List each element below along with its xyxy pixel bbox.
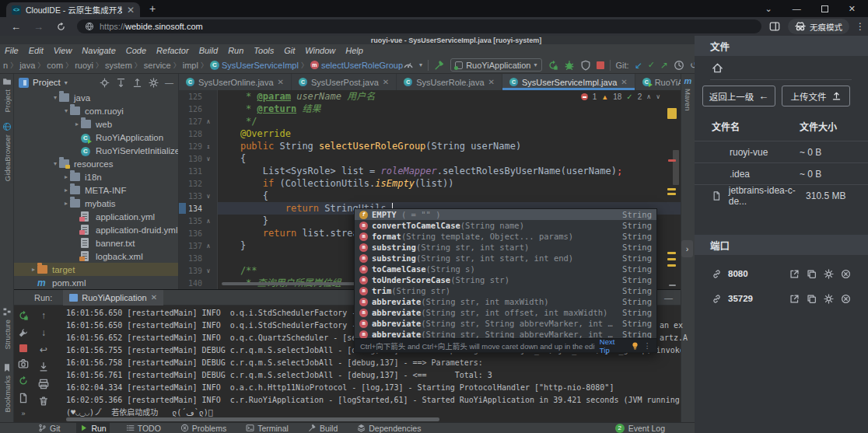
tree-item-banner-txt[interactable]: banner.txt bbox=[14, 236, 178, 250]
upload-file-button[interactable]: 上传文件 bbox=[782, 86, 850, 107]
rail-item-project[interactable]: Project bbox=[0, 77, 14, 113]
menu-item-window[interactable]: Window bbox=[305, 46, 335, 55]
tree-chevron-icon[interactable]: ▾ bbox=[51, 160, 59, 167]
build-hammer-icon[interactable] bbox=[434, 60, 445, 71]
tree-chevron-icon[interactable]: ▸ bbox=[62, 173, 70, 180]
git-commit-icon[interactable]: ✓ bbox=[648, 60, 655, 70]
menu-item-help[interactable]: Help bbox=[345, 46, 363, 55]
tab-close-icon[interactable]: ✕ bbox=[127, 5, 135, 16]
code-line-133[interactable]: 133∨ { bbox=[179, 190, 681, 202]
editor-tab-sysuserserviceimpl-java[interactable]: CSysUserServiceImpl.java✕ bbox=[502, 74, 635, 90]
address-bar[interactable]: https:// webide.sinosoft.com bbox=[77, 19, 761, 33]
stop-process-icon[interactable] bbox=[19, 344, 27, 352]
statusbar-problems[interactable]: Problems bbox=[177, 423, 229, 433]
editor-tab-sysuserpost-java[interactable]: CSysUserPost.java✕ bbox=[292, 74, 397, 90]
locate-file-icon[interactable] bbox=[100, 78, 110, 88]
tree-item-application-yml[interactable]: application.yml bbox=[14, 210, 178, 223]
run-tab-close-icon[interactable]: ✕ bbox=[151, 293, 157, 302]
completion-item-abbreviate[interactable]: mabbreviate(String str, String abbrevMar… bbox=[355, 318, 656, 329]
completion-item-tounderscorecase[interactable]: mtoUnderScoreCase(String str)String bbox=[355, 274, 656, 285]
tree-item-java[interactable]: ▾java bbox=[14, 91, 178, 104]
run-icon[interactable] bbox=[548, 60, 558, 71]
window-maximize-icon[interactable] bbox=[821, 5, 828, 12]
new-tab-button[interactable]: + bbox=[149, 2, 156, 15]
file-row-jetbrains-idea-c-de---[interactable]: jetbrains-idea-c-de...310.5 MB bbox=[695, 184, 868, 206]
back-parent-button[interactable]: 返回上一级 ← bbox=[702, 86, 775, 107]
gear-icon[interactable] bbox=[149, 78, 159, 88]
prev-problem-icon[interactable]: ∧ bbox=[646, 93, 651, 100]
coverage-icon[interactable] bbox=[580, 60, 591, 71]
tree-chevron-icon[interactable]: ▸ bbox=[30, 266, 37, 273]
statusbar-git[interactable]: Git bbox=[35, 423, 63, 433]
menu-item-git[interactable]: Git bbox=[284, 46, 295, 55]
side-panel-icon[interactable] bbox=[769, 21, 780, 32]
breadcrumb-item[interactable]: ruoyi bbox=[75, 61, 93, 70]
completion-item-format[interactable]: mformat(String template, Object... param… bbox=[355, 231, 656, 242]
statusbar-todo[interactable]: TODO bbox=[123, 423, 164, 433]
tree-item-resources[interactable]: ▾resources bbox=[14, 157, 178, 170]
menu-item-run[interactable]: Run bbox=[228, 46, 243, 55]
statusbar-build[interactable]: Build bbox=[305, 423, 341, 433]
inspection-widget[interactable]: 1 ▲ 18 ✓ 2 ∧ ∨ bbox=[581, 93, 660, 101]
menu-item-code[interactable]: Code bbox=[126, 46, 146, 55]
menu-item-view[interactable]: View bbox=[54, 46, 72, 55]
breadcrumb-item[interactable]: system bbox=[105, 61, 132, 70]
tree-item-i18n[interactable]: ▸i18n bbox=[14, 170, 178, 183]
breadcrumb-method[interactable]: mselectUserRoleGroup bbox=[310, 61, 403, 70]
tree-item-mybatis[interactable]: ▸mybatis bbox=[14, 197, 178, 210]
maven-tab-label[interactable]: Maven bbox=[684, 89, 692, 111]
tree-item-web[interactable]: ▸web bbox=[14, 117, 178, 131]
hide-panel-icon[interactable]: — bbox=[165, 78, 173, 88]
menu-item-refactor[interactable]: Refactor bbox=[156, 46, 189, 55]
scroll-down-icon[interactable]: ↓ bbox=[38, 327, 49, 338]
tab-close-icon[interactable]: ✕ bbox=[621, 78, 627, 86]
scroll-to-end-icon[interactable] bbox=[38, 361, 49, 372]
forward-icon[interactable]: → bbox=[33, 21, 44, 33]
dump-to-file-icon[interactable] bbox=[18, 393, 29, 403]
copy-port-icon[interactable] bbox=[807, 294, 817, 304]
close-port-icon[interactable] bbox=[841, 294, 851, 304]
home-icon[interactable] bbox=[712, 62, 723, 74]
breadcrumb-class[interactable]: CSysUserServiceImpl bbox=[210, 61, 299, 70]
stop-icon[interactable] bbox=[597, 61, 604, 69]
menu-item-tools[interactable]: Tools bbox=[254, 46, 274, 55]
code-line-129[interactable]: 129↥ public String selectUserRoleGroup(S… bbox=[179, 140, 681, 152]
menu-item-file[interactable]: File bbox=[5, 46, 19, 55]
file-row--idea[interactable]: .idea~ 0 B bbox=[695, 162, 868, 184]
tree-chevron-icon[interactable]: ▾ bbox=[62, 107, 70, 114]
copy-port-icon[interactable] bbox=[807, 269, 817, 279]
print-icon[interactable] bbox=[38, 379, 49, 389]
profiler-icon[interactable] bbox=[403, 60, 414, 71]
code-line-126[interactable]: 126 * @return 结果 bbox=[179, 103, 681, 115]
completion-item-tocamelcase[interactable]: mtoCamelCase(String s)String bbox=[355, 264, 656, 274]
code-line-132[interactable]: 132 if (CollectionUtils.isEmpty(list)) bbox=[179, 177, 681, 190]
completion-item-abbreviate[interactable]: mabbreviate(String str, int maxWidth)Str… bbox=[355, 296, 656, 307]
git-update-icon[interactable]: ↙ bbox=[635, 60, 642, 71]
tree-chevron-icon[interactable]: ▸ bbox=[73, 120, 81, 127]
rail-item-gideabrowser[interactable]: GideaBrowser bbox=[0, 122, 14, 181]
tree-item-com-ruoyi[interactable]: ▾com.ruoyi bbox=[14, 104, 178, 117]
completion-item-substring[interactable]: msubstring(String str, int start)String bbox=[355, 242, 656, 253]
tree-chevron-icon[interactable]: ▸ bbox=[62, 187, 70, 194]
run-config-combo[interactable]: RuoYiApplication ▾ bbox=[450, 58, 541, 72]
port-settings-icon[interactable] bbox=[824, 269, 834, 279]
menu-item-navigate[interactable]: Navigate bbox=[82, 46, 115, 55]
tree-item-pom-xml[interactable]: mpom.xml bbox=[14, 276, 178, 289]
statusbar-run[interactable]: Run bbox=[76, 423, 109, 433]
window-close-icon[interactable]: ✕ bbox=[849, 4, 856, 14]
breadcrumb-item[interactable]: java bbox=[19, 61, 35, 70]
tree-item-ruoyiapplication[interactable]: CRuoYiApplication bbox=[14, 131, 178, 144]
rerun-icon[interactable] bbox=[18, 310, 29, 321]
tree-item-target[interactable]: ▸target bbox=[14, 263, 178, 276]
console-hscrollbar[interactable] bbox=[66, 417, 439, 421]
site-info-icon[interactable] bbox=[85, 22, 94, 31]
browser-menu-icon[interactable]: ⋮ bbox=[856, 21, 865, 32]
debug-icon[interactable] bbox=[564, 60, 575, 71]
tree-chevron-icon[interactable]: ▾ bbox=[51, 94, 59, 101]
tree-item-ruoyiservletinitialize[interactable]: CRuoYiServletInitialize bbox=[14, 144, 178, 157]
tree-item-application-druid-yml[interactable]: application-druid.yml bbox=[14, 223, 178, 236]
profiler-dropdown-icon[interactable]: ▾ bbox=[419, 61, 422, 68]
collapse-all-icon[interactable] bbox=[132, 78, 142, 88]
next-tip-link[interactable]: Next Tip bbox=[600, 337, 626, 354]
completion-item-converttocamelcase[interactable]: mconvertToCamelCase(String name)String bbox=[355, 220, 656, 231]
